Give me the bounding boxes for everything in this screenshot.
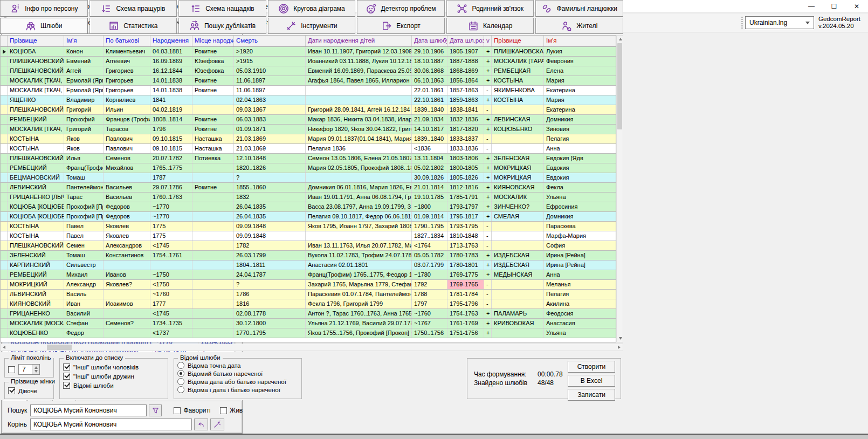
marriage-row[interactable]: КОЦЮБЕНКОФедор<17371770..1795Яков 1755..…: [1, 328, 616, 338]
marriages-col-header[interactable]: Дати народження дітей: [306, 36, 412, 46]
marriage-row[interactable]: ЯЩЕНКОВладимирКорнилиев184102.04.186322.…: [1, 95, 616, 105]
marriage-row[interactable]: РЕМБЕЦКИЙМихаилИванов~175024.04.1787Фран…: [1, 270, 616, 280]
marriage-row[interactable]: ПЛИШКАНОВСКИЙЕвменийАггеевич16.09.1869Юз…: [1, 57, 616, 66]
marriage-row[interactable]: КОЦЮБА [КОЦЮБЕПрокофий [ПроФедоров~17702…: [1, 202, 616, 212]
include-option-checkbox[interactable]: "Інші" шлюби дружин: [63, 373, 168, 380]
marriages-col-header[interactable]: Дата шл.розр.: [447, 36, 484, 46]
tab-family-chains[interactable]: Фамильні ланцюжки: [535, 0, 623, 17]
marriage-row[interactable]: РЕМБЕЦКИЙФранц(Трофим)Михайлов1765..1775…: [1, 163, 616, 173]
filter-button[interactable]: [149, 404, 162, 416]
marriage-row[interactable]: КАРПИНСКИЙСильвестр1804..1811Анастасия 0…: [1, 260, 616, 270]
marriages-horizontal-scrollbar[interactable]: [0, 344, 623, 351]
tab-export[interactable]: Експорт: [357, 18, 445, 34]
tab-duplicates[interactable]: Пошук дублікатів: [178, 18, 266, 34]
tab-statistics[interactable]: Статистика: [89, 18, 177, 34]
marriage-cell: Семенов: [104, 154, 150, 163]
wand-button[interactable]: [210, 419, 224, 430]
marriage-cell: +: [484, 95, 492, 105]
marriage-row[interactable]: КОСТЫНАЯковПавлович09.10.1815Насташка21.…: [1, 144, 616, 154]
generations-checkbox[interactable]: [8, 366, 15, 373]
tab-marriages[interactable]: Шлюби: [0, 18, 88, 34]
marriage-row[interactable]: ПЛЕШКАНОВСКИЙГригорийИльин04.02.181909.0…: [1, 105, 616, 115]
to-excel-button[interactable]: В Excel: [568, 375, 615, 387]
marriage-row[interactable]: ГРИЦАНЕНКОВасилий<174502.08.1778Антон ?,…: [1, 309, 616, 319]
marriage-row[interactable]: РЕМБЕЦКИЙПрокофийФранцов (Трофимов)1808.…: [1, 115, 616, 125]
marriages-col-header[interactable]: Прізвище: [8, 36, 64, 46]
marriage-row[interactable]: МОСКАЛИК [ТКАЧ,ГригорийТарасов1796Рокитн…: [1, 125, 616, 134]
marriage-row[interactable]: ПЛЕШКАНОВСКИЙСеменАлександров<17451782Ив…: [1, 241, 616, 251]
tab-problem-detector[interactable]: Детектор проблем: [357, 0, 445, 17]
marriage-cell: ЛЕВИНСКИЙ: [8, 290, 64, 299]
known-marriage-radio[interactable]: Відомий батько нареченої: [177, 370, 301, 377]
marriages-vertical-scrollbar[interactable]: [616, 35, 623, 342]
marriage-row[interactable]: ПЛЕШКАНОВСКИЙИльяСеменов20.07.1782Потиев…: [1, 154, 616, 163]
marriage-row[interactable]: КОСТЫНАПавелЯковлев177509.09.18481827..1…: [1, 231, 616, 241]
save-result-button[interactable]: Записати: [568, 389, 615, 401]
known-marriage-radio[interactable]: Відома і дата і батько нареченої: [177, 386, 301, 393]
generations-spinner[interactable]: 7: [18, 364, 40, 375]
spinner-arrows-icon[interactable]: [32, 365, 39, 374]
marriages-col-header[interactable]: Ім'я: [544, 36, 615, 46]
marriages-col-header[interactable]: Дата шлюбу: [412, 36, 447, 46]
close-button[interactable]: ✕: [845, 0, 868, 12]
marriage-cell: [150, 260, 192, 270]
marriage-cell: 14.01.1838: [150, 86, 192, 95]
maiden-checkbox[interactable]: Дівоче: [8, 387, 53, 394]
marriage-cell: Пелагия: [544, 134, 615, 143]
marriage-row[interactable]: ЗЕЛЕНСКИЙТомашКонстантинов1754..176126.0…: [1, 251, 616, 260]
marriages-col-header[interactable]: Смерть: [234, 36, 306, 46]
marriage-row[interactable]: КОСТЫНАЯковПавлович09.10.1815Насташка21.…: [1, 134, 616, 144]
known-marriage-radio[interactable]: Відома точна дата: [177, 362, 301, 369]
tab-person-info[interactable]: Інфо про персону: [0, 0, 88, 17]
search-input[interactable]: КОЦЮБА Мусий Кононович: [30, 404, 147, 416]
marriage-row[interactable]: БЕЦМАНОВСКИЙТомаш1787?30.09.18261805-182…: [1, 173, 616, 183]
marriage-row[interactable]: ЛЕВИНСКИЙВасиль~17601786Параскевия 01.07…: [1, 290, 616, 299]
marriage-row[interactable]: МОСКАЛИК [МОСКАСтефанСеменов?1734..17353…: [1, 319, 616, 328]
marriages-col-header[interactable]: Народження: [150, 36, 192, 46]
marriages-col-header[interactable]: Прізвище: [492, 36, 544, 46]
marriages-col-header[interactable]: По батькові: [104, 36, 150, 46]
tab-descendants[interactable]: Схема нащадків: [178, 0, 266, 17]
alive-checkbox[interactable]: Живі: [220, 407, 243, 414]
tab-ancestors[interactable]: Схема пращурів: [89, 0, 177, 17]
marriage-cell: Александров: [104, 241, 150, 250]
marriage-row[interactable]: МОКРИЦКИЙАлександрЯковлев?<1750?Захарий …: [1, 280, 616, 290]
marriage-row[interactable]: ПЛЕШКАНОВСКИЙАггейГригориев16.12.1844Юзе…: [1, 66, 616, 76]
tab-family-relation[interactable]: Родинний зв'язок: [446, 0, 534, 17]
app-version: GedcomReport v.2024.05.20: [818, 16, 860, 30]
marriages-col-header[interactable]: Місце народження: [192, 36, 234, 46]
known-marriage-radio[interactable]: Відома дата або батько нареченої: [177, 378, 301, 385]
marriage-cell: ЯЩЕНКО: [8, 95, 64, 105]
include-option-checkbox[interactable]: "Інші" шлюби чоловіків: [63, 363, 168, 371]
scrollbar-thumb[interactable]: [617, 43, 622, 129]
tab-circular-diagram[interactable]: Кругова діаграма: [268, 0, 356, 17]
root-input[interactable]: КОЦЮБА Мусий Кононович: [30, 419, 192, 430]
marriages-col-header[interactable]: v: [484, 36, 492, 46]
tab-tools[interactable]: Інструменти: [268, 18, 356, 34]
tab-calendar[interactable]: Календар: [446, 18, 534, 34]
language-select[interactable]: Ukrainian.lng: [745, 16, 814, 29]
create-button[interactable]: Створити: [568, 361, 615, 373]
marriage-cell: 1812-1816: [447, 183, 484, 192]
marriage-cell: 14.01.1838: [150, 76, 192, 85]
undo-button[interactable]: [194, 419, 208, 430]
maximize-button[interactable]: ☐: [823, 0, 845, 12]
marriage-row[interactable]: ЛЕВИНСКИЙПантелеймонВасильев29.07.1786Ро…: [1, 183, 616, 193]
statistics-icon: [108, 20, 119, 31]
marriage-row[interactable]: МОСКАЛИК [ТКАЧ,Ермолай (ЯрмолГригорьев14…: [1, 86, 616, 95]
marriage-row[interactable]: КОЦЮБА [КОЦЮБЕПрокофий [ПроФедоров~17702…: [1, 212, 616, 222]
favorites-checkbox[interactable]: Фаворити: [174, 407, 210, 414]
marriage-row[interactable]: МОСКАЛИК [ТКАЧ,Ермолай (ЯрмолГригорьев14…: [1, 76, 616, 86]
marriage-cell: 1770..1795: [234, 328, 306, 338]
marriage-row[interactable]: КОЦЮБАКононКлиментьевич04.03.1881Рокитне…: [1, 47, 616, 57]
marriages-col-header[interactable]: Ім'я: [64, 36, 104, 46]
scrollbar-thumb[interactable]: [47, 345, 72, 350]
include-option-checkbox[interactable]: Відомі шлюби: [63, 382, 168, 389]
marriage-cell: 1750..1756: [412, 328, 447, 338]
marriage-row[interactable]: ГРИЦАНЕНКО [ЛЫЧТарасВасильев1760..176318…: [1, 193, 616, 202]
minimize-button[interactable]: —: [800, 0, 823, 12]
marriage-row[interactable]: КИЯНОВСКИЙИванИоакимов17771816Фекла 1796…: [1, 299, 616, 309]
marriage-row[interactable]: КОСТЫНАПавелЯковлев177509.09.1848Яков 17…: [1, 222, 616, 231]
tab-residents[interactable]: Жителі: [535, 18, 623, 34]
language-grip[interactable]: [741, 17, 743, 29]
